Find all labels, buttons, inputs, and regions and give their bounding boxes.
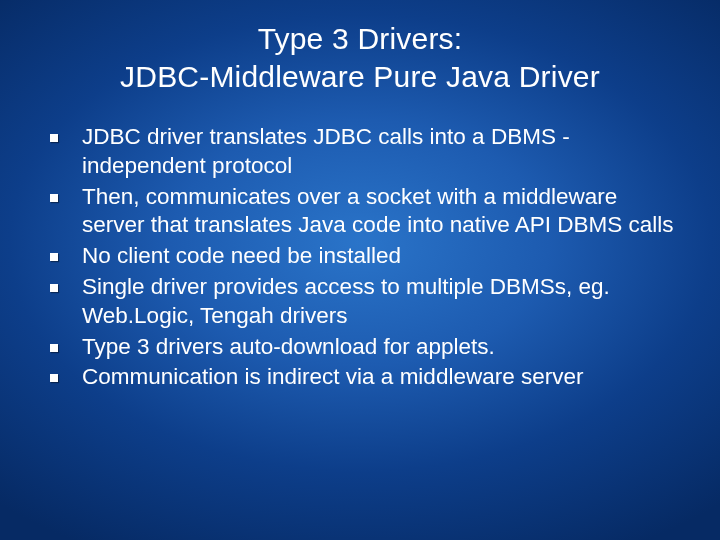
bullet-text: Communication is indirect via a middlewa… xyxy=(82,363,583,392)
list-item: No client code need be installed xyxy=(50,242,680,271)
list-item: Then, communicates over a socket with a … xyxy=(50,183,680,241)
title-line-2: JDBC-Middleware Pure Java Driver xyxy=(120,60,600,93)
list-item: JDBC driver translates JDBC calls into a… xyxy=(50,123,680,181)
square-bullet-icon xyxy=(50,134,58,142)
slide-body: JDBC driver translates JDBC calls into a… xyxy=(30,123,690,392)
square-bullet-icon xyxy=(50,194,58,202)
square-bullet-icon xyxy=(50,374,58,382)
slide-title: Type 3 Drivers: JDBC-Middleware Pure Jav… xyxy=(30,20,690,95)
bullet-text: Then, communicates over a socket with a … xyxy=(82,183,680,241)
list-item: Type 3 drivers auto-download for applets… xyxy=(50,333,680,362)
list-item: Single driver provides access to multipl… xyxy=(50,273,680,331)
bullet-text: Type 3 drivers auto-download for applets… xyxy=(82,333,495,362)
square-bullet-icon xyxy=(50,284,58,292)
bullet-text: JDBC driver translates JDBC calls into a… xyxy=(82,123,680,181)
title-line-1: Type 3 Drivers: xyxy=(258,22,463,55)
slide: Type 3 Drivers: JDBC-Middleware Pure Jav… xyxy=(0,0,720,540)
bullet-text: Single driver provides access to multipl… xyxy=(82,273,680,331)
list-item: Communication is indirect via a middlewa… xyxy=(50,363,680,392)
square-bullet-icon xyxy=(50,253,58,261)
bullet-text: No client code need be installed xyxy=(82,242,401,271)
square-bullet-icon xyxy=(50,344,58,352)
